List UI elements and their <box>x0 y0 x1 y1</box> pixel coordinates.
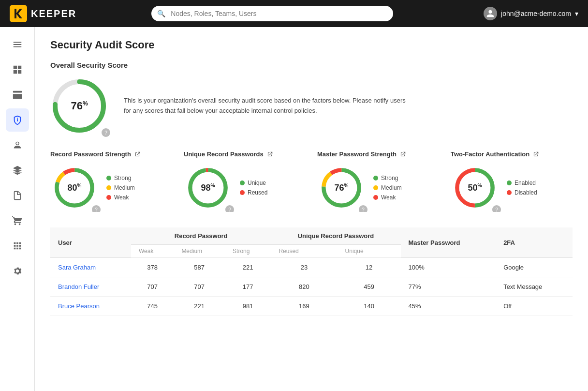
overall-score-help-icon[interactable]: ? <box>102 128 110 137</box>
legend-item: Reused <box>240 189 267 196</box>
cell-reused: 820 <box>271 277 337 297</box>
legend-dot <box>373 195 378 200</box>
logo-text: KEEPER <box>31 8 76 19</box>
table-row: Sara Graham 378 587 221 23 12 100% Googl… <box>50 258 573 277</box>
sidebar-item-vault[interactable] <box>6 83 29 106</box>
user-email: john@acme-demo.com <box>501 10 571 17</box>
user-menu-chevron: ▾ <box>575 10 578 17</box>
score-donut: 76% ? <box>317 164 366 212</box>
legend-item: Medium <box>106 184 135 191</box>
legend-item: Disabled <box>507 189 537 196</box>
score-donut: 50% ? <box>451 164 499 212</box>
external-link-icon[interactable] <box>266 151 273 158</box>
cell-channel: Google <box>496 258 573 277</box>
score-donut: 98% ? <box>184 164 232 212</box>
cell-strong: 221 <box>225 258 271 277</box>
sidebar-item-apps[interactable] <box>6 234 29 257</box>
score-value: 98% <box>201 183 215 193</box>
sidebar-item-reports[interactable] <box>6 184 29 207</box>
sidebar-item-layers[interactable] <box>6 159 29 182</box>
cell-medium: 707 <box>174 277 225 297</box>
col-subheader-reused: Reused <box>271 245 337 258</box>
search-input[interactable] <box>151 6 393 21</box>
score-card-body: 76% ? Strong Medium Weak <box>317 164 439 212</box>
svg-point-4 <box>16 142 18 145</box>
user-link[interactable]: Sara Graham <box>58 264 96 271</box>
cell-strength: 45% <box>401 297 496 316</box>
col-subheader-weak: Weak <box>131 245 174 258</box>
legend-dot <box>240 180 245 185</box>
overall-score-donut: 76% ? <box>50 77 108 135</box>
col-subheader-medium: Medium <box>174 245 225 258</box>
external-link-icon[interactable] <box>134 151 141 158</box>
legend-item: Enabled <box>507 180 537 186</box>
table-row: Brandon Fuller 707 707 177 820 459 77% T… <box>50 277 573 297</box>
legend-dot <box>507 180 512 185</box>
external-link-icon[interactable] <box>532 151 539 158</box>
cell-unique: 459 <box>338 277 401 297</box>
logo-area: KEEPER <box>10 5 106 22</box>
col-header-unique-record: Unique Record Password <box>271 227 400 245</box>
score-value: 80% <box>68 183 82 193</box>
sidebar-item-cart[interactable] <box>6 209 29 232</box>
sidebar-item-settings[interactable] <box>6 259 29 283</box>
score-cards-row: Record Password Strength 80% ? Strong <box>50 150 573 212</box>
score-value: 50% <box>468 183 482 193</box>
score-help-icon[interactable]: ? <box>92 205 101 212</box>
score-card-title: Record Password Strength <box>50 150 172 158</box>
legend-item: Strong <box>106 175 135 181</box>
score-card-master-password-strength: Master Password Strength 76% ? Strong <box>317 150 439 212</box>
score-card-body: 98% ? Unique Reused <box>184 164 306 212</box>
sidebar-item-dashboard[interactable] <box>6 58 29 81</box>
legend-label: Weak <box>381 194 396 201</box>
legend-dot <box>106 176 111 180</box>
legend-item: Medium <box>373 184 402 191</box>
cell-medium: 221 <box>174 297 225 316</box>
cell-reused: 169 <box>271 297 337 316</box>
user-link[interactable]: Bruce Pearson <box>58 302 100 310</box>
score-card-body: 80% ? Strong Medium Weak <box>50 164 172 212</box>
overall-score-value: 76% <box>71 100 88 112</box>
legend-label: Unique <box>248 180 266 186</box>
user-link[interactable]: Brandon Fuller <box>58 283 99 290</box>
col-header-master-password: Master Password <box>401 227 496 258</box>
legend-dot <box>106 185 111 190</box>
legend-dot <box>373 185 378 190</box>
sidebar-item-menu[interactable] <box>6 33 29 56</box>
page-title: Security Audit Score <box>50 39 573 51</box>
legend-label: Strong <box>114 175 131 181</box>
cell-channel: Off <box>496 297 573 316</box>
score-value: 76% <box>335 183 349 193</box>
sidebar-item-security[interactable] <box>6 108 29 132</box>
cell-weak: 745 <box>131 297 174 316</box>
score-help-icon[interactable]: ? <box>225 205 234 212</box>
overall-score-title: Overall Security Score <box>50 61 573 69</box>
score-legend: Strong Medium Weak <box>373 175 402 201</box>
overall-score-description: This is your organization's overall secu… <box>124 96 414 116</box>
legend-label: Medium <box>114 184 135 191</box>
score-card-body: 50% ? Enabled Disabled <box>451 164 573 212</box>
score-help-icon[interactable]: ? <box>359 205 368 212</box>
external-link-icon[interactable] <box>399 151 406 158</box>
legend-item: Unique <box>240 180 267 186</box>
keeper-logo-icon <box>10 5 27 22</box>
sidebar-item-devices[interactable] <box>6 134 29 157</box>
cell-strength: 100% <box>401 258 496 277</box>
legend-item: Weak <box>373 194 402 201</box>
cell-reused: 23 <box>271 258 337 277</box>
score-legend: Unique Reused <box>240 180 267 196</box>
col-subheader-strong: Strong <box>225 245 271 258</box>
sidebar <box>0 27 35 391</box>
legend-item: Strong <box>373 175 402 181</box>
legend-label: Enabled <box>514 180 536 186</box>
user-menu[interactable]: john@acme-demo.com ▾ <box>484 7 578 20</box>
legend-item: Weak <box>106 194 135 201</box>
cell-unique: 12 <box>338 258 401 277</box>
cell-weak: 378 <box>131 258 174 277</box>
cell-strength: 77% <box>401 277 496 297</box>
legend-label: Weak <box>114 194 129 201</box>
search-bar[interactable]: 🔍 <box>151 6 393 21</box>
score-help-icon[interactable]: ? <box>492 205 501 212</box>
cell-strong: 981 <box>225 297 271 316</box>
score-card-title: Master Password Strength <box>317 150 439 158</box>
